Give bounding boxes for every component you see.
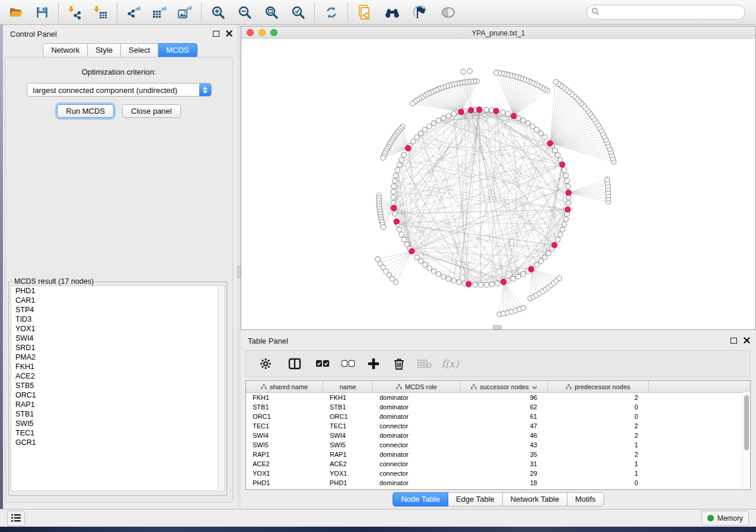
mcds-result-item[interactable]: ORC1 — [11, 390, 224, 400]
network-node[interactable] — [489, 282, 494, 287]
network-edges[interactable] — [393, 110, 569, 285]
network-node[interactable] — [495, 281, 500, 286]
window-minimize-icon[interactable] — [259, 29, 266, 36]
network-node[interactable] — [484, 107, 489, 112]
run-mcds-button[interactable]: Run MCDS — [57, 104, 114, 118]
network-node[interactable] — [534, 127, 539, 132]
network-node[interactable] — [534, 262, 539, 267]
mcds-result-item[interactable]: TEC1 — [11, 428, 224, 438]
mcds-node[interactable] — [565, 207, 570, 212]
network-node[interactable] — [566, 184, 570, 188]
network-node[interactable] — [562, 222, 567, 227]
column-header-predecessor-nodes[interactable]: predecessor nodes — [548, 381, 649, 392]
mcds-node[interactable] — [458, 109, 464, 114]
network-node[interactable] — [391, 190, 395, 194]
close-panel-icon[interactable] — [744, 336, 750, 345]
network-node[interactable] — [484, 283, 489, 287]
mcds-node[interactable] — [493, 108, 499, 114]
column-header-MCDS-role[interactable]: MCDS role — [373, 381, 461, 392]
table-row[interactable]: STB1STB1dominator620 — [246, 402, 750, 412]
show-hide-panel-icon[interactable] — [440, 4, 456, 20]
network-node[interactable] — [563, 173, 568, 178]
open-file-icon[interactable] — [8, 4, 24, 20]
window-close-icon[interactable] — [247, 29, 254, 36]
network-node[interactable] — [530, 124, 535, 129]
network-canvas[interactable] — [241, 39, 755, 329]
mcds-node[interactable] — [547, 140, 553, 146]
network-node[interactable] — [401, 237, 406, 242]
mcds-node[interactable] — [468, 107, 474, 113]
network-node[interactable] — [411, 139, 416, 143]
float-panel-icon[interactable] — [731, 338, 737, 344]
mcds-result-item[interactable]: STB1 — [11, 409, 224, 419]
mcds-result-item[interactable]: PMA2 — [11, 352, 224, 362]
table-row[interactable]: RAP1RAP1dominator352 — [246, 450, 750, 459]
network-node[interactable] — [538, 259, 543, 264]
network-node[interactable] — [451, 111, 456, 116]
network-node[interactable] — [525, 121, 530, 126]
column-header-shared-name[interactable]: shared name — [246, 381, 323, 392]
network-node[interactable] — [558, 232, 563, 237]
table-row[interactable]: TEC1TEC1connector472 — [246, 421, 750, 431]
network-node[interactable] — [500, 110, 505, 114]
import-network-icon[interactable] — [67, 4, 83, 20]
network-node[interactable] — [563, 217, 568, 222]
table-row[interactable]: FKH1FKH1dominator962 — [246, 393, 750, 402]
mcds-result-item[interactable]: CAR1 — [11, 296, 224, 305]
mcds-result-item[interactable]: FKH1 — [11, 362, 224, 371]
network-node[interactable] — [391, 195, 395, 200]
tab-style[interactable]: Style — [88, 43, 121, 57]
mcds-result-item[interactable]: SWI5 — [11, 419, 224, 428]
create-column-icon[interactable] — [366, 357, 381, 371]
network-node[interactable] — [562, 168, 567, 172]
network-node[interactable] — [422, 262, 427, 267]
tab-network-table[interactable]: Network Table — [503, 492, 567, 507]
network-node[interactable] — [401, 153, 406, 158]
network-node[interactable] — [543, 134, 547, 139]
network-node[interactable] — [431, 121, 436, 126]
search-input[interactable] — [602, 8, 741, 17]
mcds-node[interactable] — [409, 249, 414, 254]
table-scrollbar-thumb[interactable] — [744, 395, 749, 450]
network-node[interactable] — [467, 69, 472, 73]
tab-motifs[interactable]: Motifs — [567, 492, 604, 507]
mcds-result-item[interactable]: ACE2 — [11, 371, 224, 381]
network-node[interactable] — [557, 275, 562, 280]
network-node[interactable] — [399, 232, 404, 237]
network-node[interactable] — [404, 242, 409, 246]
mcds-result-item[interactable]: TID3 — [11, 315, 224, 324]
network-node[interactable] — [605, 177, 610, 182]
network-node[interactable] — [441, 274, 446, 279]
mcds-result-item[interactable]: GCR1 — [11, 438, 224, 447]
mcds-node[interactable] — [552, 242, 557, 248]
list-scrollbar[interactable] — [218, 287, 224, 490]
network-node[interactable] — [446, 276, 451, 281]
mcds-node[interactable] — [394, 219, 399, 224]
mcds-node[interactable] — [466, 281, 471, 287]
tab-network[interactable]: Network — [43, 43, 88, 57]
deselect-all-rows-icon[interactable] — [341, 357, 355, 371]
close-panel-button[interactable]: Close panel — [122, 104, 181, 118]
mcds-node[interactable] — [391, 205, 397, 210]
table-row[interactable]: ACE2ACE2connector311 — [246, 459, 750, 469]
refresh-layout-icon[interactable] — [323, 4, 339, 20]
mcds-result-item[interactable]: YOX1 — [11, 324, 224, 334]
network-node[interactable] — [431, 269, 436, 274]
network-node[interactable] — [414, 255, 419, 259]
zoom-fit-icon[interactable] — [263, 4, 279, 20]
network-node[interactable] — [555, 237, 560, 242]
mcds-node[interactable] — [511, 113, 516, 118]
column-header-successor-nodes[interactable]: successor nodes — [461, 381, 548, 392]
network-node[interactable] — [397, 162, 401, 167]
mcds-node[interactable] — [406, 146, 411, 151]
mcds-result-item[interactable]: SRD1 — [11, 343, 224, 352]
network-node[interactable] — [414, 134, 419, 139]
network-node[interactable] — [516, 274, 521, 279]
table-scrollbar[interactable] — [742, 392, 750, 489]
network-graph[interactable] — [241, 39, 756, 329]
float-panel-icon[interactable] — [213, 31, 219, 37]
network-node[interactable] — [451, 278, 456, 283]
export-network-icon[interactable] — [126, 4, 142, 20]
network-node[interactable] — [427, 124, 432, 129]
memory-button[interactable]: Memory — [701, 511, 749, 525]
